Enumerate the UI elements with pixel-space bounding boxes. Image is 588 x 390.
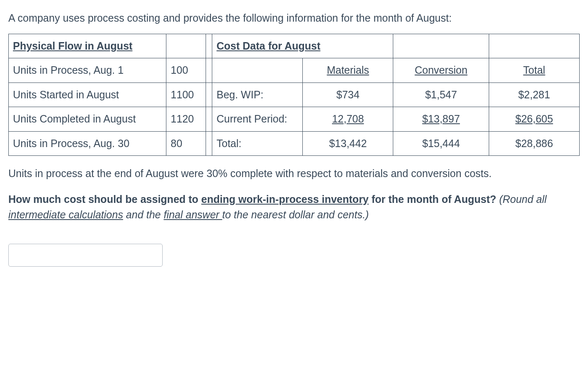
current-materials: 12,708 bbox=[303, 107, 393, 132]
question-italic-u2: final answer bbox=[163, 209, 222, 220]
units-in-process-aug1-value: 100 bbox=[166, 58, 206, 83]
table-spacer bbox=[206, 107, 212, 132]
current-total: $26,605 bbox=[489, 107, 579, 132]
current-period-label: Current Period: bbox=[212, 107, 303, 132]
table-header-row: Physical Flow in August Cost Data for Au… bbox=[9, 34, 580, 58]
total-header: Total bbox=[489, 58, 579, 83]
table-cell-empty bbox=[166, 34, 206, 58]
units-completed-value: 1120 bbox=[166, 107, 206, 132]
materials-header: Materials bbox=[303, 58, 393, 83]
question-italic-u1: intermediate calculations bbox=[8, 209, 123, 220]
question-text: How much cost should be assigned to endi… bbox=[8, 192, 580, 223]
beg-wip-conversion: $1,547 bbox=[393, 82, 489, 107]
question-italic-mid: and the bbox=[123, 209, 163, 220]
table-row: Units in Process, Aug. 1 100 Materials C… bbox=[9, 58, 580, 83]
question-bold-start: How much cost should be assigned to bbox=[8, 193, 201, 205]
question-bold-end: for the month of August? bbox=[369, 193, 496, 205]
beg-wip-label: Beg. WIP: bbox=[212, 82, 303, 107]
current-conversion: $13,897 bbox=[393, 107, 489, 132]
beg-wip-materials: $734 bbox=[303, 82, 393, 107]
total-conversion: $15,444 bbox=[393, 131, 489, 156]
beg-wip-total: $2,281 bbox=[489, 82, 579, 107]
physical-flow-header: Physical Flow in August bbox=[9, 34, 166, 58]
total-materials: $13,442 bbox=[303, 131, 393, 156]
units-in-process-aug30-value: 80 bbox=[166, 131, 206, 156]
answer-input[interactable] bbox=[8, 244, 163, 267]
question-italic-start: (Round all bbox=[496, 193, 547, 205]
cost-data-header: Cost Data for August bbox=[212, 34, 393, 58]
table-spacer bbox=[206, 82, 212, 107]
table-row: Units in Process, Aug. 30 80 Total: $13,… bbox=[9, 131, 580, 156]
question-bold-underline: ending work-in-process inventory bbox=[201, 193, 369, 205]
after-table-text: Units in process at the end of August we… bbox=[8, 166, 580, 182]
units-started-value: 1100 bbox=[166, 82, 206, 107]
units-in-process-aug1-label: Units in Process, Aug. 1 bbox=[9, 58, 166, 83]
units-started-label: Units Started in August bbox=[9, 82, 166, 107]
units-in-process-aug30-label: Units in Process, Aug. 30 bbox=[9, 131, 166, 156]
table-cell-empty bbox=[212, 58, 303, 83]
table-spacer bbox=[206, 131, 212, 156]
question-italic-end: to the nearest dollar and cents.) bbox=[222, 209, 369, 220]
table-spacer bbox=[206, 34, 212, 58]
table-row: Units Started in August 1100 Beg. WIP: $… bbox=[9, 82, 580, 107]
conversion-header: Conversion bbox=[393, 58, 489, 83]
total-row-label: Total: bbox=[212, 131, 303, 156]
table-cell-empty bbox=[393, 34, 489, 58]
total-total: $28,886 bbox=[489, 131, 579, 156]
table-spacer bbox=[206, 58, 212, 83]
units-completed-label: Units Completed in August bbox=[9, 107, 166, 132]
table-cell-empty bbox=[489, 34, 579, 58]
table-row: Units Completed in August 1120 Current P… bbox=[9, 107, 580, 132]
intro-text: A company uses process costing and provi… bbox=[8, 10, 580, 26]
data-table: Physical Flow in August Cost Data for Au… bbox=[8, 34, 580, 156]
